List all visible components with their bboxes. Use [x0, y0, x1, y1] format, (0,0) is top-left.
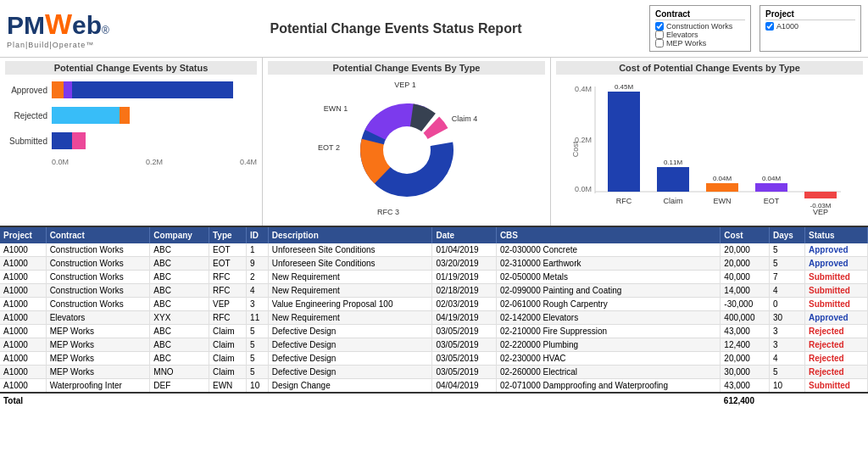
donut-area: VEP 1 EWN 1 EOT 2 RFC 3 Claim 4 [268, 78, 545, 222]
table-cell: A1000 [0, 325, 46, 338]
table-cell: A1000 [0, 271, 46, 284]
cost-chart-area: 0.4M 0.2M 0.0M 0.45M RFC 0.11M Claim 0.0… [556, 78, 863, 222]
table-cell: RFC [209, 284, 246, 298]
table-cell: 02-030000 Concrete [496, 243, 720, 257]
table-cell: 2 [247, 271, 269, 284]
table-cell: Claim [209, 325, 246, 338]
table-cell: 14,000 [721, 284, 770, 298]
col-company: Company [150, 227, 209, 243]
project-filter[interactable]: Project A1000 [760, 5, 861, 52]
contract-filter[interactable]: Contract Construction Works Elevators ME… [649, 5, 751, 52]
svg-text:VEP: VEP [813, 208, 828, 216]
col-days: Days [769, 227, 804, 243]
table-cell: 30 [769, 311, 804, 325]
approved-bar-row: Approved [5, 81, 257, 98]
project-filter-title: Project [765, 9, 855, 20]
svg-point-0 [383, 126, 431, 174]
table-cell: 400,000 [721, 311, 770, 325]
svg-text:Claim: Claim [663, 197, 682, 205]
logo-eb: eb [72, 11, 102, 40]
table-cell: 1 [247, 243, 269, 257]
table-cell: MEP Works [46, 325, 150, 338]
table-row: A1000MEP WorksABCClaim5Defective Design0… [0, 325, 868, 338]
table-cell: 5 [247, 352, 269, 366]
table-cell: 20,000 [721, 352, 770, 366]
table-cell: 10 [769, 379, 804, 394]
table-cell: Claim [209, 338, 246, 352]
table-cell: Submitted [805, 271, 868, 284]
contract-filter-item-3[interactable]: MEP Works [655, 39, 745, 47]
table-cell: Construction Works [46, 257, 150, 271]
table-cell: MNO [150, 366, 209, 379]
col-description: Description [268, 227, 432, 243]
table-cell: 40,000 [721, 271, 770, 284]
project-filter-item-1[interactable]: A1000 [765, 22, 855, 31]
approved-seg2 [64, 81, 72, 98]
table-cell: 03/05/2019 [432, 352, 496, 366]
table-cell: A1000 [0, 352, 46, 366]
filter-area: Contract Construction Works Elevators ME… [649, 5, 861, 52]
axis-04: 0.4M [240, 158, 257, 166]
table-cell: 5 [247, 325, 269, 338]
approved-label: Approved [5, 86, 52, 95]
table-cell: 3 [769, 325, 804, 338]
donut-svg: VEP 1 EWN 1 EOT 2 RFC 3 Claim 4 [314, 81, 500, 221]
table-cell: 02-142000 Elevators [496, 311, 720, 325]
table-cell: 02-099000 Painting and Coating [496, 284, 720, 298]
approved-seg1 [52, 81, 64, 98]
col-status: Status [805, 227, 868, 243]
table-cell: ABC [150, 338, 209, 352]
contract-filter-title: Contract [655, 9, 745, 20]
table-cell: 43,000 [721, 325, 770, 338]
col-project: Project [0, 227, 46, 243]
cost-chart-title: Cost of Potential Change Events by Type [556, 61, 863, 75]
contract-filter-item-2[interactable]: Elevators [655, 31, 745, 39]
table-header-row: Project Contract Company Type ID Descrip… [0, 227, 868, 243]
contract-filter-item-1[interactable]: Construction Works [655, 22, 745, 31]
table-cell: Claim [209, 366, 246, 379]
cost-svg: 0.4M 0.2M 0.0M 0.45M RFC 0.11M Claim 0.0… [558, 81, 861, 217]
status-chart-panel: Potential Change Events by Status Approv… [0, 58, 263, 226]
table-cell: -30,000 [721, 298, 770, 311]
table-cell: 9 [247, 257, 269, 271]
table-cell: Claim [209, 352, 246, 366]
table-cell: New Requirement [268, 284, 432, 298]
bar-axis: 0.0M 0.2M 0.4M [5, 158, 257, 166]
table-cell: ABC [150, 284, 209, 298]
logo-w: W [45, 8, 72, 41]
table-cell: 02-260000 Electrical [496, 366, 720, 379]
table-row: A1000Construction WorksABCEOT9Unforeseen… [0, 257, 868, 271]
table-row: A1000Waterproofing InterDEFEWN10Design C… [0, 379, 868, 394]
table-cell: RFC [209, 271, 246, 284]
submitted-bar-row: Submitted [5, 132, 257, 149]
data-table: Project Contract Company Type ID Descrip… [0, 227, 868, 408]
table-cell: EOT [209, 243, 246, 257]
table-cell: 11 [247, 311, 269, 325]
donut-chart-title: Potential Change Events By Type [268, 61, 545, 75]
footer-empty [769, 393, 867, 408]
table-row: A1000MEP WorksABCClaim5Defective Design0… [0, 338, 868, 352]
table-cell: 3 [769, 338, 804, 352]
rejected-label: Rejected [5, 111, 52, 120]
table-cell: 02-061000 Rough Carpentry [496, 298, 720, 311]
submitted-seg2 [72, 132, 86, 149]
svg-text:Cost: Cost [571, 141, 580, 157]
col-id: ID [247, 227, 269, 243]
donut-rfc-label: RFC 3 [376, 208, 398, 216]
table-cell: 5 [769, 366, 804, 379]
table-cell: A1000 [0, 311, 46, 325]
table-cell: 01/04/2019 [432, 243, 496, 257]
table-cell: Defective Design [268, 366, 432, 379]
table-cell: Rejected [805, 352, 868, 366]
logo-pm: PM [7, 11, 45, 40]
table-cell: A1000 [0, 298, 46, 311]
table-cell: 30,000 [721, 366, 770, 379]
approved-seg3 [72, 81, 233, 98]
svg-text:0.04M: 0.04M [713, 175, 732, 182]
col-type: Type [209, 227, 246, 243]
status-chart-title: Potential Change Events by Status [5, 61, 257, 75]
donut-vep-label: VEP 1 [394, 81, 415, 89]
claim-bar [657, 167, 689, 192]
table-cell: ABC [150, 243, 209, 257]
table-cell: Value Engineering Proposal 100 [268, 298, 432, 311]
